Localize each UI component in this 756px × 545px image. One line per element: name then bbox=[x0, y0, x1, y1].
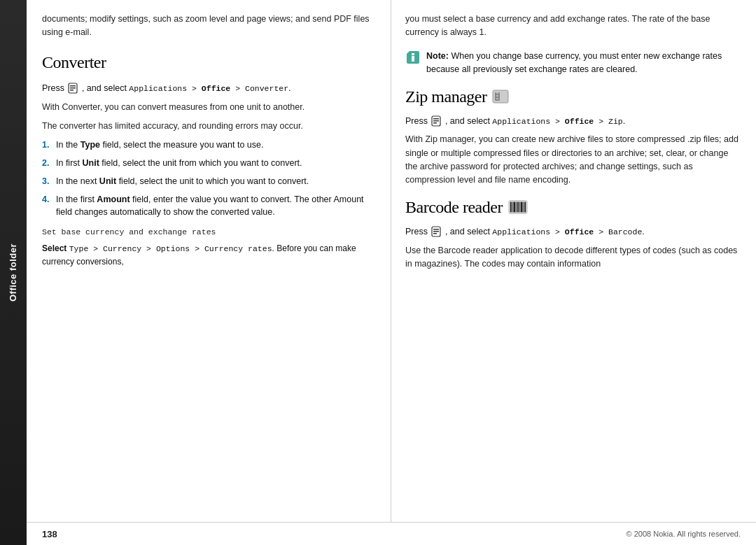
svg-rect-5 bbox=[412, 56, 414, 62]
svg-rect-16 bbox=[433, 122, 437, 124]
converter-title: Converter bbox=[42, 50, 377, 75]
nokia-menu-icon bbox=[68, 83, 78, 94]
svg-rect-18 bbox=[510, 201, 512, 212]
note-label: Note: bbox=[426, 51, 451, 61]
svg-rect-22 bbox=[517, 201, 519, 212]
barcode-press-line: Press , and select Applications > Office… bbox=[405, 225, 741, 239]
list-item: 3. In the next Unit field, select the un… bbox=[42, 175, 377, 188]
converter-press-path: , and select Applications > Office > Con… bbox=[82, 83, 291, 93]
barcode-body: Use the Barcode reader application to de… bbox=[405, 244, 741, 271]
list-text-1: In the Type field, select the measure yo… bbox=[56, 139, 377, 152]
page-number: 138 bbox=[42, 529, 57, 539]
note-icon bbox=[405, 50, 421, 65]
svg-rect-1 bbox=[70, 85, 76, 87]
svg-rect-2 bbox=[70, 87, 76, 89]
page-footer: 138 © 2008 Nokia. All rights reserved. bbox=[27, 523, 756, 545]
sidebar-label: Office folder bbox=[8, 243, 19, 302]
note-block: Note: When you change base currency, you… bbox=[405, 50, 741, 77]
svg-rect-3 bbox=[70, 90, 74, 91]
svg-rect-25 bbox=[523, 201, 524, 212]
svg-rect-6 bbox=[412, 53, 414, 55]
svg-rect-19 bbox=[512, 201, 513, 212]
list-text-2: In first Unit field, select the unit fro… bbox=[56, 157, 377, 170]
zip-manager-title: Zip manager bbox=[405, 84, 486, 109]
svg-rect-14 bbox=[433, 118, 439, 120]
barcode-reader-header: Barcode reader bbox=[405, 194, 741, 220]
svg-rect-24 bbox=[521, 201, 523, 212]
list-num-2: 2. bbox=[42, 157, 52, 170]
list-item: 1. In the Type field, select the measure… bbox=[42, 139, 377, 152]
barcode-reader-title: Barcode reader bbox=[405, 194, 503, 220]
left-column: documents; modify settings, such as zoom… bbox=[27, 0, 391, 522]
svg-rect-11 bbox=[496, 95, 498, 97]
right-intro-text: you must select a base currency and add … bbox=[405, 13, 741, 40]
barcode-icon bbox=[508, 199, 528, 215]
svg-rect-28 bbox=[433, 229, 439, 230]
svg-rect-21 bbox=[516, 201, 517, 212]
select-currency-line: Select Type > Currency > Options > Curre… bbox=[42, 242, 377, 267]
page-content: documents; modify settings, such as zoom… bbox=[27, 0, 756, 522]
list-text-4: In the first Amount field, enter the val… bbox=[56, 193, 377, 220]
left-intro-text: documents; modify settings, such as zoom… bbox=[42, 13, 377, 40]
list-item: 2. In first Unit field, select the unit … bbox=[42, 157, 377, 170]
converter-body1: With Converter, you can convert measures… bbox=[42, 101, 377, 114]
svg-rect-23 bbox=[519, 201, 520, 212]
list-num-3: 3. bbox=[42, 175, 52, 188]
press-label: Press bbox=[42, 83, 66, 93]
converter-press-line: Press , and select Applications > Office… bbox=[42, 82, 377, 95]
svg-rect-26 bbox=[524, 201, 526, 212]
nokia-menu-icon-barcode bbox=[431, 226, 441, 237]
page-container: documents; modify settings, such as zoom… bbox=[27, 0, 756, 545]
barcode-press-path: , and select Applications > Office > Bar… bbox=[445, 227, 645, 236]
press-label-zip: Press bbox=[405, 116, 430, 126]
svg-rect-29 bbox=[433, 231, 439, 232]
press-label-barcode: Press bbox=[405, 227, 430, 236]
zip-body: With Zip manager, you can create new arc… bbox=[405, 133, 741, 187]
subheading-currency: Set base currency and exchange rates bbox=[42, 226, 377, 238]
zip-press-path: , and select Applications > Office > Zip… bbox=[445, 116, 625, 126]
converter-list: 1. In the Type field, select the measure… bbox=[42, 139, 377, 219]
list-item: 4. In the first Amount field, enter the … bbox=[42, 193, 377, 220]
note-content: When you change base currency, you must … bbox=[426, 51, 722, 74]
note-text: Note: When you change base currency, you… bbox=[426, 50, 741, 77]
converter-body2: The converter has limited accuracy, and … bbox=[42, 120, 377, 133]
sidebar: Office folder bbox=[0, 0, 27, 545]
zip-press-line: Press , and select Applications > Office… bbox=[405, 115, 741, 128]
list-num-4: 4. bbox=[42, 193, 52, 220]
svg-rect-15 bbox=[433, 120, 439, 122]
copyright-text: © 2008 Nokia. All rights reserved. bbox=[626, 530, 741, 538]
svg-rect-30 bbox=[433, 233, 437, 234]
zip-icon bbox=[492, 89, 509, 104]
svg-rect-12 bbox=[496, 98, 498, 99]
right-column: you must select a base currency and add … bbox=[391, 0, 756, 522]
svg-rect-10 bbox=[496, 92, 498, 94]
zip-manager-header: Zip manager bbox=[405, 84, 741, 109]
list-num-1: 1. bbox=[42, 139, 52, 152]
list-text-3: In the next Unit field, select the unit … bbox=[56, 175, 377, 188]
svg-rect-20 bbox=[513, 201, 515, 212]
nokia-menu-icon-zip bbox=[431, 115, 441, 127]
